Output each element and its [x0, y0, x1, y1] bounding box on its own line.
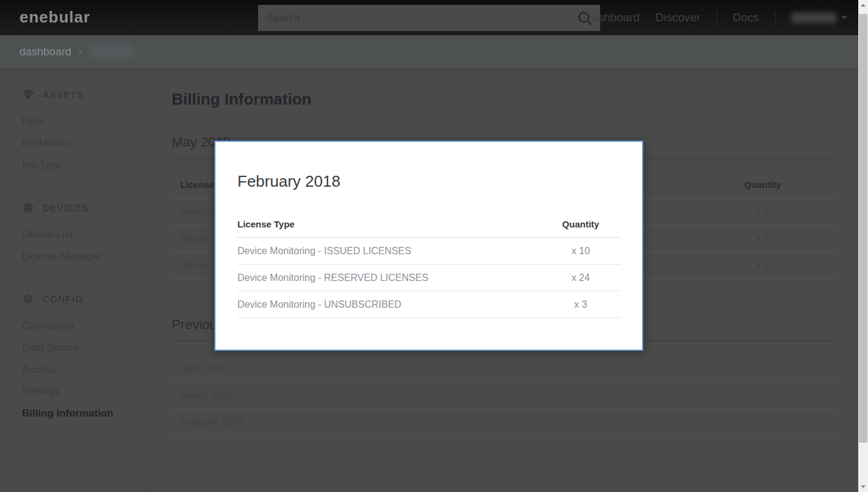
search-box [258, 5, 600, 31]
search-input[interactable] [258, 12, 576, 24]
modal-license-table: License Type Quantity Device Monitoring … [237, 211, 620, 318]
table-row: Device Monitoring - ISSUED LICENSES x 10 [237, 238, 620, 265]
atom-icon [22, 201, 35, 214]
scroll-down-button[interactable] [858, 482, 868, 492]
nav-divider [775, 10, 775, 25]
scrollbar-thumb[interactable] [859, 14, 867, 443]
sidebar-item-data-source[interactable]: Data Source [0, 337, 149, 359]
triangle-down-icon [861, 485, 866, 488]
table-row: Device Monitoring - RESERVED LICENSES x … [237, 265, 620, 291]
vertical-scrollbar[interactable] [858, 0, 868, 492]
quantity-cell: x 2 [690, 207, 836, 218]
redacted-username [791, 13, 836, 23]
modal-table-header: License Type Quantity [237, 211, 620, 238]
nav-divider [716, 10, 717, 25]
breadcrumb: dashboard › [0, 35, 868, 69]
sidebar-item-infotype[interactable]: InfoType [0, 154, 149, 176]
previous-months-list: April 2018 March 2018 February 2018 [172, 355, 836, 435]
table-row: Device Monitoring - UNSUBSCRIBED x 3 [237, 291, 620, 318]
scroll-up-button[interactable] [858, 0, 868, 10]
column-header-quantity: Quantity [541, 219, 620, 229]
breadcrumb-separator: › [79, 46, 82, 57]
column-header-quantity: Quantity [690, 179, 836, 190]
top-nav-links: Dashboard Discover Docs [583, 0, 847, 35]
sidebar-item-flow[interactable]: Flow [0, 111, 149, 133]
nav-docs-link[interactable]: Docs [733, 11, 759, 24]
app-logo[interactable]: enebular [19, 8, 90, 27]
sidebar-section-label: DEVICES [43, 203, 89, 213]
sidebar-header-assets: ASSETS [0, 85, 149, 103]
triangle-up-icon [861, 4, 866, 7]
month-row-march-2018[interactable]: March 2018 [172, 382, 836, 409]
license-cell: Device Monitoring - ISSUED LICENSES [237, 246, 541, 257]
user-menu[interactable] [791, 13, 847, 23]
month-row-february-2018[interactable]: February 2018 [172, 409, 836, 435]
sidebar-item-settings[interactable]: Settings [0, 381, 149, 403]
sidebar-item-device-list[interactable]: Device List [0, 224, 149, 246]
sidebar-section-assets: ASSETS Flow InfoMotion InfoType [0, 85, 149, 176]
sidebar-section-label: CONFIG [43, 294, 83, 304]
month-row-april-2018[interactable]: April 2018 [172, 355, 836, 382]
sidebar-item-access[interactable]: Access [0, 359, 149, 381]
quantity-cell: x 3 [541, 299, 620, 310]
top-nav-bar: enebular Dashboard Discover Docs [0, 0, 868, 35]
sidebar-header-config: CONFIG [0, 289, 149, 308]
sidebar-section-config: CONFIG Connection Data Source Access Set… [0, 289, 149, 424]
quantity-cell: x 1 [690, 260, 836, 271]
quantity-cell: x 24 [541, 272, 620, 283]
sidebar-item-infomotion[interactable]: InfoMotion [0, 133, 149, 154]
gear-icon [22, 293, 35, 305]
page: enebular Dashboard Discover Docs dashboa… [0, 0, 868, 492]
gem-icon [22, 88, 35, 101]
sidebar-section-devices: DEVICES Device List License Manager [0, 198, 149, 268]
caret-down-icon [841, 16, 847, 19]
billing-month-modal: February 2018 License Type Quantity Devi… [214, 140, 643, 351]
sidebar-section-label: ASSETS [43, 89, 84, 100]
quantity-cell: x 10 [541, 246, 620, 257]
sidebar-header-devices: DEVICES [0, 198, 149, 217]
nav-discover-link[interactable]: Discover [656, 11, 701, 24]
page-title: Billing Information [172, 90, 836, 109]
license-cell: Device Monitoring - UNSUBSCRIBED [237, 299, 541, 310]
sidebar-item-billing-information[interactable]: Billing Information [0, 403, 149, 424]
breadcrumb-item-redacted[interactable] [89, 46, 133, 58]
modal-title: February 2018 [237, 172, 620, 190]
nav-dashboard-link[interactable]: Dashboard [583, 11, 640, 24]
sidebar: ASSETS Flow InfoMotion InfoType DEVICES … [0, 69, 150, 492]
breadcrumb-item-dashboard[interactable]: dashboard [19, 46, 71, 58]
column-header-license-type: License Type [237, 219, 541, 229]
license-cell: Device Monitoring - RESERVED LICENSES [237, 272, 541, 283]
sidebar-item-connection[interactable]: Connection [0, 315, 149, 337]
quantity-cell: x 2 [690, 234, 836, 244]
sidebar-item-license-manager[interactable]: License Manager [0, 246, 149, 268]
